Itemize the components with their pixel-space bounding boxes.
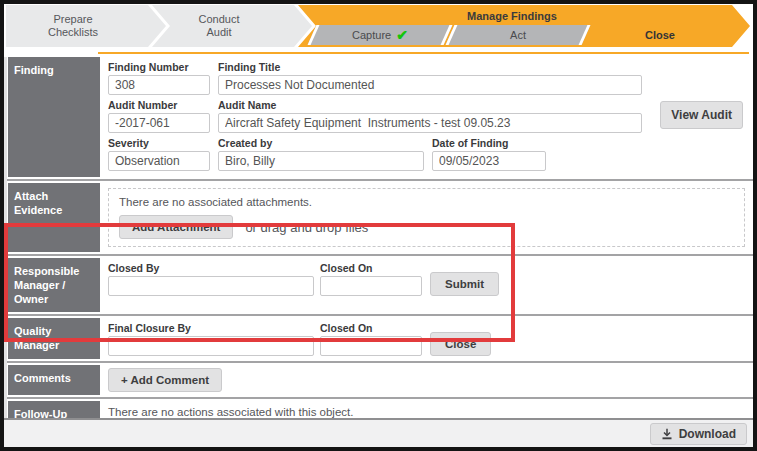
audit-name-label: Audit Name: [218, 99, 642, 111]
drag-drop-text: or drag and drop files: [245, 220, 368, 235]
section-quality-manager-label: Quality Manager: [8, 318, 100, 359]
section-divider: [7, 254, 753, 256]
section-responsible-manager-label: Responsible Manager / Owner: [8, 258, 100, 312]
section-quality-manager: Quality Manager Final Closure By Closed …: [7, 318, 753, 359]
closed-on-label: Closed On: [320, 262, 422, 274]
step-manage-findings: Manage Findings Capture ✔ Act Close: [298, 5, 750, 47]
finding-form: Finding Finding Number Finding Title Aud…: [4, 57, 753, 451]
section-attach-evidence: Attach Evidence There are no associated …: [7, 183, 753, 252]
severity-label: Severity: [108, 137, 210, 149]
section-finding: Finding Finding Number Finding Title Aud…: [7, 57, 753, 177]
footer-bar: Download: [4, 420, 753, 447]
audit-number-label: Audit Number: [108, 99, 210, 111]
submit-button[interactable]: Submit: [430, 272, 499, 296]
manage-findings-title: Manage Findings: [318, 10, 706, 22]
substep-close[interactable]: Close: [600, 25, 720, 45]
closed-by-input[interactable]: [108, 276, 314, 296]
add-attachment-button[interactable]: Add Attachment: [119, 215, 233, 239]
finding-number-label: Finding Number: [108, 61, 210, 73]
closed-on-input[interactable]: [320, 276, 422, 296]
final-closure-by-input[interactable]: [108, 336, 314, 356]
audit-name-input[interactable]: [218, 113, 642, 133]
finding-title-label: Finding Title: [218, 61, 642, 73]
check-icon: ✔: [396, 28, 408, 42]
section-attach-evidence-label: Attach Evidence: [8, 183, 100, 252]
manage-findings-substeps: Capture ✔ Act Close: [298, 25, 750, 45]
qm-closed-on-label: Closed On: [320, 322, 422, 334]
close-button[interactable]: Close: [430, 332, 491, 356]
section-comments: Comments + Add Comment: [7, 365, 753, 395]
section-divider: [7, 397, 753, 399]
finding-title-input[interactable]: [218, 75, 642, 95]
step-label: Conduct Audit: [152, 13, 286, 39]
download-label: Download: [679, 427, 736, 441]
section-responsible-manager: Responsible Manager / Owner Closed By Cl…: [7, 258, 753, 312]
qm-closed-on-input[interactable]: [320, 336, 422, 356]
substep-capture[interactable]: Capture ✔: [308, 25, 453, 45]
section-finding-label: Finding: [8, 57, 100, 177]
no-attachments-text: There are no associated attachments.: [119, 196, 734, 208]
section-divider: [7, 314, 753, 316]
add-comment-button[interactable]: + Add Comment: [108, 368, 222, 392]
severity-input[interactable]: [108, 151, 210, 171]
created-by-input[interactable]: [218, 151, 424, 171]
section-comments-label: Comments: [8, 365, 100, 395]
substep-act-label: Act: [510, 29, 526, 41]
step-label: Prepare Checklists: [6, 13, 140, 39]
no-actions-text: There are no actions associated with thi…: [108, 406, 745, 418]
section-divider: [7, 179, 753, 181]
closed-by-label: Closed By: [108, 262, 314, 274]
audit-number-input[interactable]: [108, 113, 210, 133]
workflow-bar: Prepare Checklists Conduct Audit Manage …: [4, 5, 753, 48]
download-icon: [661, 428, 673, 440]
substep-act[interactable]: Act: [446, 25, 591, 45]
created-by-label: Created by: [218, 137, 424, 149]
audit-finding-close-page: Prepare Checklists Conduct Audit Manage …: [0, 0, 757, 451]
date-of-finding-input[interactable]: [432, 151, 546, 171]
download-button[interactable]: Download: [650, 423, 747, 445]
step-prepare-checklists[interactable]: Prepare Checklists: [6, 5, 166, 47]
date-of-finding-label: Date of Finding: [432, 137, 546, 149]
substep-capture-label: Capture: [352, 29, 391, 41]
section-divider: [7, 361, 753, 363]
attachment-dropzone[interactable]: There are no associated attachments. Add…: [108, 188, 745, 247]
view-audit-button[interactable]: View Audit: [660, 101, 743, 129]
top-orange-rule: [98, 52, 749, 54]
final-closure-by-label: Final Closure By: [108, 322, 314, 334]
finding-number-input[interactable]: [108, 75, 210, 95]
step-conduct-audit[interactable]: Conduct Audit: [152, 5, 312, 47]
